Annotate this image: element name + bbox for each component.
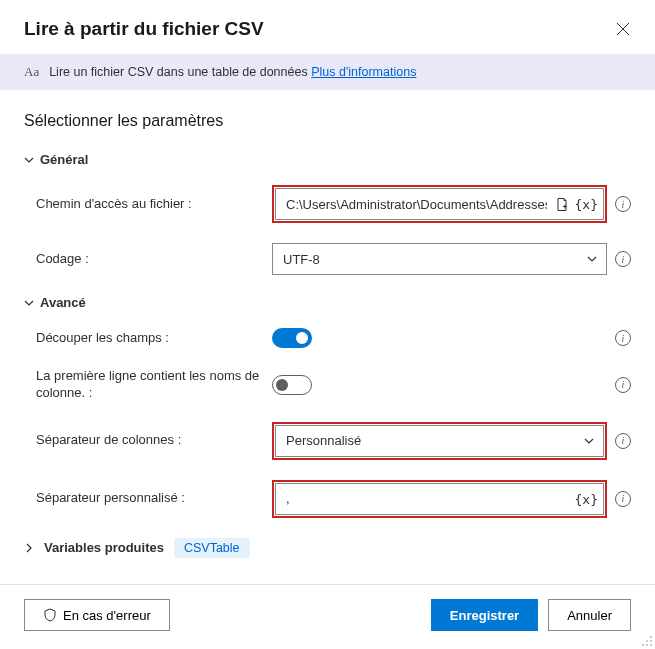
- info-icon[interactable]: i: [615, 377, 631, 393]
- first-row-label: La première ligne contient les noms de c…: [36, 368, 272, 402]
- dialog-footer: En cas d'erreur Enregistrer Annuler: [0, 584, 655, 649]
- info-text: Lire un fichier CSV dans une table de do…: [49, 65, 416, 79]
- close-button[interactable]: [615, 21, 631, 37]
- file-picker-icon[interactable]: [555, 197, 569, 211]
- shield-icon: [43, 608, 57, 622]
- group-advanced-label: Avancé: [40, 295, 86, 310]
- dialog-title: Lire à partir du fichier CSV: [24, 18, 264, 40]
- svg-point-4: [646, 644, 648, 646]
- resize-grip[interactable]: [641, 635, 653, 647]
- chevron-right-icon: [24, 543, 34, 553]
- svg-point-1: [646, 640, 648, 642]
- save-button[interactable]: Enregistrer: [431, 599, 538, 631]
- on-error-button[interactable]: En cas d'erreur: [24, 599, 170, 631]
- info-icon[interactable]: i: [615, 196, 631, 212]
- encoding-select[interactable]: UTF-8: [272, 243, 607, 275]
- content-area: Sélectionner les paramètres Général Chem…: [0, 90, 655, 558]
- group-advanced[interactable]: Avancé: [24, 295, 631, 310]
- trim-toggle[interactable]: [272, 328, 312, 348]
- trim-label: Découper les champs :: [36, 330, 272, 347]
- variable-chip[interactable]: CSVTable: [174, 538, 250, 558]
- info-icon[interactable]: i: [615, 251, 631, 267]
- first-row-toggle[interactable]: [272, 375, 312, 395]
- column-sep-value: Personnalisé: [286, 433, 361, 448]
- text-case-icon: Aa: [24, 64, 39, 80]
- variable-icon[interactable]: {x}: [575, 197, 598, 212]
- on-error-label: En cas d'erreur: [63, 608, 151, 623]
- cancel-button[interactable]: Annuler: [548, 599, 631, 631]
- svg-point-3: [642, 644, 644, 646]
- chevron-down-icon: [586, 253, 598, 265]
- encoding-value: UTF-8: [283, 252, 320, 267]
- info-icon[interactable]: i: [615, 433, 631, 449]
- chevron-down-icon: [24, 155, 34, 165]
- svg-point-5: [650, 644, 652, 646]
- variable-icon[interactable]: {x}: [575, 491, 598, 506]
- svg-point-2: [650, 640, 652, 642]
- custom-sep-input[interactable]: [275, 483, 604, 515]
- variables-label: Variables produites: [44, 540, 164, 555]
- group-general[interactable]: Général: [24, 152, 631, 167]
- svg-point-0: [650, 636, 652, 638]
- column-sep-select[interactable]: Personnalisé: [275, 425, 604, 457]
- custom-sep-label: Séparateur personnalisé :: [36, 490, 272, 507]
- column-sep-label: Séparateur de colonnes :: [36, 432, 272, 449]
- encoding-label: Codage :: [36, 251, 272, 268]
- group-general-label: Général: [40, 152, 88, 167]
- file-path-label: Chemin d'accès au fichier :: [36, 196, 272, 213]
- chevron-down-icon: [583, 435, 595, 447]
- chevron-down-icon: [24, 298, 34, 308]
- close-icon: [616, 22, 630, 36]
- info-icon[interactable]: i: [615, 491, 631, 507]
- info-bar: Aa Lire un fichier CSV dans une table de…: [0, 54, 655, 90]
- more-info-link[interactable]: Plus d'informations: [311, 65, 416, 79]
- variables-produced[interactable]: Variables produites CSVTable: [24, 538, 631, 558]
- dialog-header: Lire à partir du fichier CSV: [0, 0, 655, 54]
- section-title: Sélectionner les paramètres: [24, 112, 631, 130]
- info-icon[interactable]: i: [615, 330, 631, 346]
